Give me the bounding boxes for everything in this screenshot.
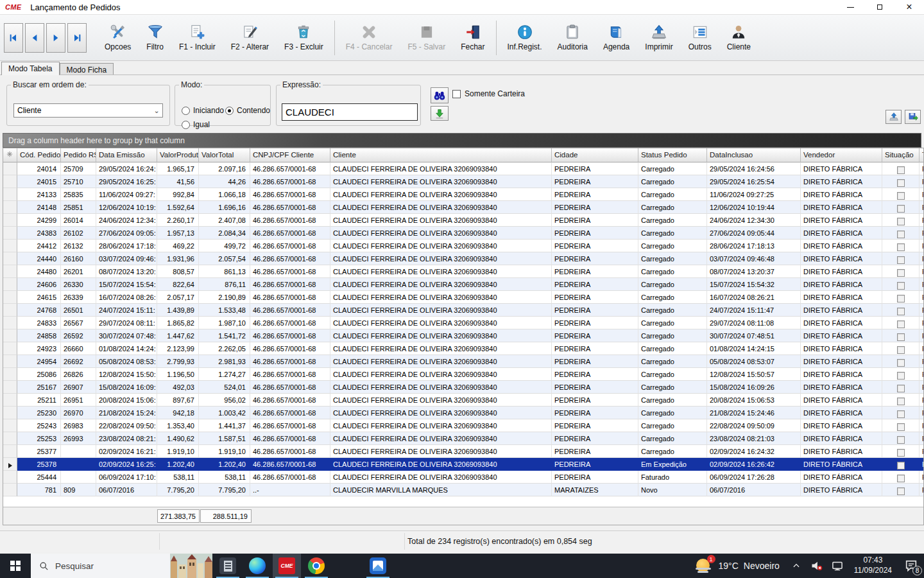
cell-t[interactable]: P bbox=[920, 381, 924, 394]
table-row[interactable]: 24148 25851 12/06/2024 10:19: 1.592,64 1… bbox=[3, 201, 923, 214]
cell-data-emissao[interactable]: 08/07/2024 13:20: bbox=[96, 265, 157, 278]
cell-cod-pedido[interactable]: 24412 bbox=[17, 240, 61, 252]
cell-situacao[interactable] bbox=[882, 227, 920, 240]
cell-valor-produto[interactable]: 492,03 bbox=[157, 381, 199, 394]
cell-data-emissao[interactable]: 29/05/2024 16:24: bbox=[96, 162, 157, 175]
cell-data-inclusao[interactable]: 02/09/2024 16:24:32 bbox=[707, 445, 801, 458]
cell-valor-produto[interactable]: 1.957,13 bbox=[157, 227, 199, 240]
cell-pedido-rs[interactable]: 25835 bbox=[61, 188, 96, 201]
cell-valor-total[interactable]: 1.987,10 bbox=[199, 317, 250, 329]
cell-pedido-rs[interactable]: 809 bbox=[61, 484, 96, 496]
column-header-data-inclusao[interactable]: DataInclusao bbox=[707, 148, 801, 162]
cell-cidade[interactable]: PEDREIRA bbox=[552, 291, 638, 304]
cell-vendedor[interactable]: DIRETO FÁBRICA bbox=[801, 175, 882, 188]
cell-pedido-rs[interactable]: 26951 bbox=[61, 394, 96, 407]
cell-cnpj[interactable]: 46.286.657/0001-68 bbox=[250, 201, 330, 214]
cell-cidade[interactable]: PEDREIRA bbox=[552, 227, 638, 240]
cell-valor-total[interactable]: 1.066,18 bbox=[199, 188, 250, 201]
cell-data-inclusao[interactable]: 16/07/2024 08:26:21 bbox=[707, 291, 801, 304]
cell-vendedor[interactable]: DIRETO FÁBRICA bbox=[801, 407, 882, 419]
start-button[interactable] bbox=[0, 554, 31, 578]
cell-data-emissao[interactable]: 01/08/2024 14:24: bbox=[96, 342, 157, 355]
cell-valor-produto[interactable]: 1.439,89 bbox=[157, 304, 199, 317]
cell-cnpj[interactable]: 46.286.657/0001-68 bbox=[250, 278, 330, 291]
cell-status[interactable]: Carregado bbox=[638, 162, 707, 175]
cell-cidade[interactable]: PEDREIRA bbox=[552, 252, 638, 265]
cell-t[interactable]: P bbox=[920, 240, 924, 252]
cell-vendedor[interactable]: DIRETO FÁBRICA bbox=[801, 419, 882, 432]
cell-vendedor[interactable]: DIRETO FÁBRICA bbox=[801, 291, 882, 304]
cell-cidade[interactable]: PEDREIRA bbox=[552, 214, 638, 227]
table-row[interactable]: 24440 26160 03/07/2024 09:46: 1.931,96 2… bbox=[3, 252, 923, 265]
cell-data-emissao[interactable]: 12/06/2024 10:19: bbox=[96, 201, 157, 214]
cell-t[interactable]: P bbox=[920, 432, 924, 445]
cell-cliente[interactable]: CLAUDECI FERREIRA DE OLIVEIRA 3206909384… bbox=[330, 368, 552, 381]
cell-cnpj[interactable]: 46.286.657/0001-68 bbox=[250, 175, 330, 188]
cell-vendedor[interactable]: DIRETO FÁBRICA bbox=[801, 432, 882, 445]
cell-data-emissao[interactable]: 20/08/2024 15:06: bbox=[96, 394, 157, 407]
cell-t[interactable]: P bbox=[920, 278, 924, 291]
cell-cod-pedido[interactable]: 25167 bbox=[17, 381, 61, 394]
cell-t[interactable]: P bbox=[920, 188, 924, 201]
cell-valor-produto[interactable]: 538,11 bbox=[157, 471, 199, 484]
cell-data-emissao[interactable]: 29/05/2024 16:25: bbox=[96, 175, 157, 188]
cell-cnpj[interactable]: 46.286.657/0001-68 bbox=[250, 458, 330, 471]
weather-widget[interactable]: 1 19°C Nevoeiro bbox=[689, 554, 786, 578]
cell-vendedor[interactable]: DIRETO FÁBRICA bbox=[801, 188, 882, 201]
cell-cnpj[interactable]: 46.286.657/0001-68 bbox=[250, 471, 330, 484]
cell-cliente[interactable]: CLAUDECI FERREIRA DE OLIVEIRA 3206909384… bbox=[330, 471, 552, 484]
cell-status[interactable]: Carregado bbox=[638, 265, 707, 278]
cell-status[interactable]: Carregado bbox=[638, 201, 707, 214]
cell-pedido-rs[interactable] bbox=[61, 471, 96, 484]
column-header-cnpj[interactable]: CNPJ/CPF Cliente bbox=[250, 148, 330, 162]
cell-cliente[interactable]: CLAUDECI FERREIRA DE OLIVEIRA 3206909384… bbox=[330, 342, 552, 355]
expand-results-button[interactable] bbox=[431, 106, 449, 121]
cell-status[interactable]: Carregado bbox=[638, 368, 707, 381]
cell-status[interactable]: Carregado bbox=[638, 214, 707, 227]
cell-data-emissao[interactable]: 29/07/2024 08:11: bbox=[96, 317, 157, 329]
cell-data-inclusao[interactable]: 15/07/2024 15:54:32 bbox=[707, 278, 801, 291]
cell-data-inclusao[interactable]: 30/07/2024 07:48:51 bbox=[707, 329, 801, 342]
cell-status[interactable]: Carregado bbox=[638, 317, 707, 329]
cell-valor-total[interactable]: 524,01 bbox=[199, 381, 250, 394]
table-row[interactable]: 24383 26102 27/06/2024 09:05: 1.957,13 2… bbox=[3, 227, 923, 240]
cell-status[interactable]: Faturado bbox=[638, 471, 707, 484]
cell-status[interactable]: Carregado bbox=[638, 252, 707, 265]
search-order-combobox[interactable]: Cliente ⌄ bbox=[13, 103, 163, 118]
cell-cnpj[interactable]: 46.286.657/0001-68 bbox=[250, 227, 330, 240]
cell-cnpj[interactable]: 46.286.657/0001-68 bbox=[250, 394, 330, 407]
cell-data-emissao[interactable]: 24/06/2024 12:34: bbox=[96, 214, 157, 227]
cell-t[interactable]: P bbox=[920, 265, 924, 278]
cell-situacao[interactable] bbox=[882, 381, 920, 394]
cell-vendedor[interactable]: DIRETO FÁBRICA bbox=[801, 201, 882, 214]
cell-status[interactable]: Carregado bbox=[638, 291, 707, 304]
cell-data-inclusao[interactable]: 22/08/2024 09:50:09 bbox=[707, 419, 801, 432]
cell-cidade[interactable]: PEDREIRA bbox=[552, 240, 638, 252]
cell-situacao[interactable] bbox=[882, 419, 920, 432]
cell-cliente[interactable]: CLAUDECI FERREIRA DE OLIVEIRA 3206909384… bbox=[330, 214, 552, 227]
cell-cnpj[interactable]: 46.286.657/0001-68 bbox=[250, 291, 330, 304]
cell-status[interactable]: Carregado bbox=[638, 342, 707, 355]
cell-cod-pedido[interactable]: 25211 bbox=[17, 394, 61, 407]
cell-data-inclusao[interactable]: 12/06/2024 10:19:44 bbox=[707, 201, 801, 214]
cell-cnpj[interactable]: 46.286.657/0001-68 bbox=[250, 162, 330, 175]
cell-t[interactable]: P bbox=[920, 329, 924, 342]
cell-status[interactable]: Carregado bbox=[638, 240, 707, 252]
taskbar-app-chrome[interactable] bbox=[302, 554, 330, 578]
cell-cod-pedido[interactable]: 25243 bbox=[17, 419, 61, 432]
cell-valor-produto[interactable]: 897,67 bbox=[157, 394, 199, 407]
cell-status[interactable]: Carregado bbox=[638, 175, 707, 188]
table-row[interactable]: 24615 26339 16/07/2024 08:26: 2.057,17 2… bbox=[3, 291, 923, 304]
cell-cnpj[interactable]: 46.286.657/0001-68 bbox=[250, 445, 330, 458]
cell-t[interactable]: P bbox=[920, 291, 924, 304]
cell-cliente[interactable]: CLAUDECI FERREIRA DE OLIVEIRA 3206909384… bbox=[330, 252, 552, 265]
cell-valor-produto[interactable]: 808,57 bbox=[157, 265, 199, 278]
cell-situacao[interactable] bbox=[882, 175, 920, 188]
cell-cnpj[interactable]: 46.286.657/0001-68 bbox=[250, 368, 330, 381]
cell-t[interactable]: P bbox=[920, 458, 924, 471]
cell-t[interactable]: P bbox=[920, 407, 924, 419]
cell-cod-pedido[interactable]: 24133 bbox=[17, 188, 61, 201]
cell-status[interactable]: Carregado bbox=[638, 278, 707, 291]
table-row[interactable]: 25230 26970 21/08/2024 15:24: 942,18 1.0… bbox=[3, 407, 923, 419]
cell-valor-total[interactable]: 2.097,16 bbox=[199, 162, 250, 175]
